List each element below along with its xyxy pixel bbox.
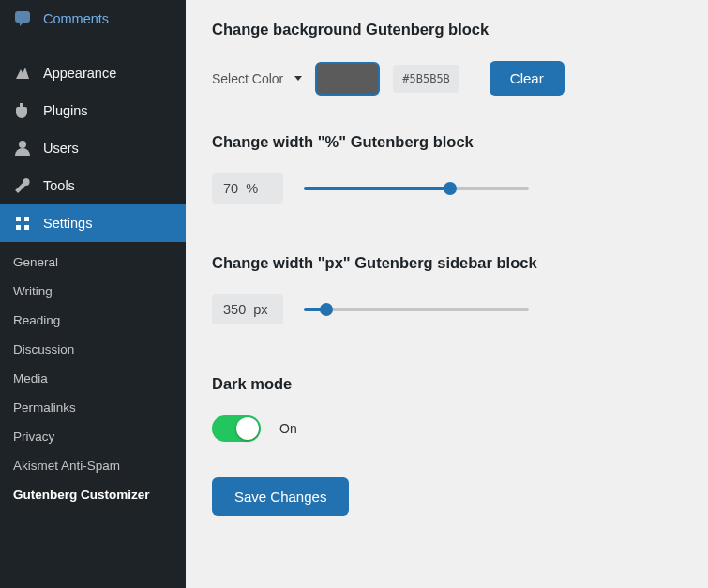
section-dark-mode: Dark mode On xyxy=(212,375,682,442)
submenu-item-discussion[interactable]: Discussion xyxy=(0,335,186,364)
width-percent-value: 70 % xyxy=(212,173,283,204)
toggle-knob xyxy=(236,417,259,440)
slider-thumb[interactable] xyxy=(444,182,457,195)
submenu-item-general[interactable]: General xyxy=(0,248,186,277)
svg-rect-1 xyxy=(16,217,21,221)
sidebar-item-users[interactable]: Users xyxy=(0,129,186,167)
section-title: Dark mode xyxy=(212,375,682,393)
svg-rect-4 xyxy=(24,225,29,230)
dark-mode-toggle[interactable] xyxy=(212,415,261,442)
sidebar-item-label: Appearance xyxy=(43,66,116,81)
section-width-px: Change width "px" Gutenberg sidebar bloc… xyxy=(212,254,682,324)
select-color-dropdown[interactable]: Select Color xyxy=(212,71,302,86)
comments-icon xyxy=(13,9,32,28)
sidebar-item-label: Tools xyxy=(43,178,75,193)
svg-rect-2 xyxy=(24,217,29,221)
submenu-item-akismet[interactable]: Akismet Anti-Spam xyxy=(0,451,186,480)
sidebar-item-comments[interactable]: Comments xyxy=(0,0,186,38)
clear-button[interactable]: Clear xyxy=(490,61,565,96)
save-changes-button[interactable]: Save Changes xyxy=(212,477,349,516)
sidebar-item-tools[interactable]: Tools xyxy=(0,167,186,204)
width-px-value: 350 px xyxy=(212,294,283,324)
svg-point-0 xyxy=(19,141,26,148)
sidebar-item-label: Settings xyxy=(43,216,92,231)
users-icon xyxy=(13,139,32,158)
dark-mode-state-label: On xyxy=(279,421,297,436)
chevron-down-icon xyxy=(294,76,302,81)
sidebar-item-settings[interactable]: Settings xyxy=(0,204,186,242)
submenu-item-permalinks[interactable]: Permalinks xyxy=(0,393,186,422)
plugins-icon xyxy=(13,101,32,120)
hex-display: #5B5B5B xyxy=(393,65,459,93)
settings-icon xyxy=(13,214,32,233)
sidebar-item-label: Users xyxy=(43,141,79,156)
section-background-color: Change background Gutenberg block Select… xyxy=(212,21,682,96)
submenu-item-gutenberg-customizer[interactable]: Gutenberg Customizer xyxy=(0,480,186,509)
admin-sidebar: Comments Appearance Plugins Users Tools … xyxy=(0,0,186,588)
svg-rect-3 xyxy=(16,225,21,230)
submenu-item-reading[interactable]: Reading xyxy=(0,306,186,335)
submenu-item-media[interactable]: Media xyxy=(0,364,186,393)
appearance-icon xyxy=(13,64,32,83)
section-width-percent: Change width "%" Gutenberg block 70 % xyxy=(212,133,682,204)
sidebar-item-label: Plugins xyxy=(43,103,88,118)
sidebar-item-plugins[interactable]: Plugins xyxy=(0,92,186,129)
tools-icon xyxy=(13,176,32,195)
submenu-item-privacy[interactable]: Privacy xyxy=(0,422,186,451)
section-title: Change background Gutenberg block xyxy=(212,21,682,38)
section-title: Change width "px" Gutenberg sidebar bloc… xyxy=(212,254,682,272)
width-px-slider[interactable] xyxy=(304,308,529,311)
main-content: Change background Gutenberg block Select… xyxy=(186,0,708,588)
slider-thumb[interactable] xyxy=(320,303,333,316)
width-percent-slider[interactable] xyxy=(304,187,529,190)
submenu-item-writing[interactable]: Writing xyxy=(0,277,186,306)
color-swatch[interactable] xyxy=(315,62,380,96)
section-title: Change width "%" Gutenberg block xyxy=(212,133,682,151)
sidebar-item-label: Comments xyxy=(43,11,109,26)
sidebar-item-appearance[interactable]: Appearance xyxy=(0,54,186,92)
